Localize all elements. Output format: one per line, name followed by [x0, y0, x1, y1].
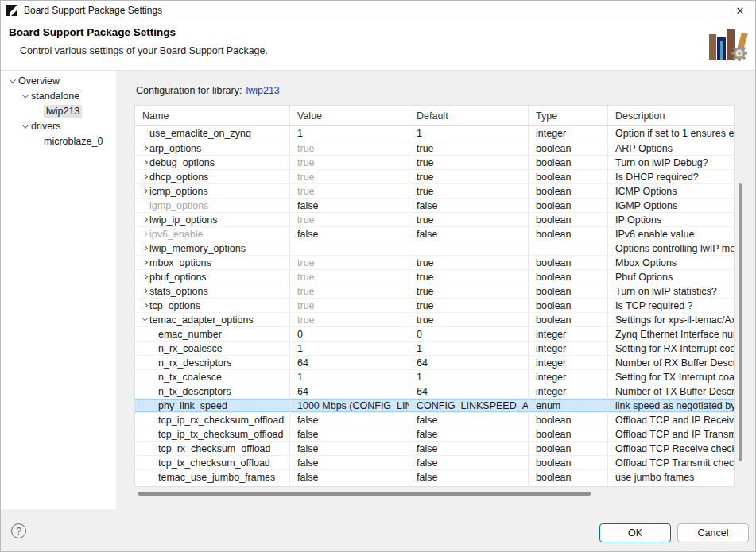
cell-name[interactable]: igmp_options	[135, 199, 290, 212]
cell-value[interactable]: true	[290, 156, 409, 169]
cell-value[interactable]: true	[290, 256, 409, 269]
cell-default[interactable]: true	[409, 184, 529, 198]
cell-name[interactable]: stats_options	[135, 284, 290, 298]
row-expander-slot[interactable]	[140, 275, 149, 279]
cell-value[interactable]: false	[290, 427, 409, 441]
cell-default[interactable]: 64	[409, 356, 529, 369]
sidebar-item-Overview[interactable]: Overview	[1, 73, 116, 88]
cell-name[interactable]: temac_adapter_options	[135, 313, 290, 326]
table-row[interactable]: phy_link_speed1000 Mbps (CONFIG_LIN...CO…	[135, 398, 734, 412]
cell-name[interactable]: n_rx_coalesce	[135, 342, 290, 355]
cell-name[interactable]: phy_link_speed	[135, 399, 290, 412]
cell-default[interactable]: true	[409, 484, 529, 487]
cell-value[interactable]: 1	[290, 370, 409, 384]
chevron-down-icon[interactable]	[22, 122, 29, 128]
close-icon[interactable]: ✕	[725, 1, 755, 20]
cell-default[interactable]: true	[409, 213, 529, 226]
cell-name[interactable]: arp_options	[135, 141, 290, 155]
row-expander-slot[interactable]	[140, 175, 149, 179]
cell-type[interactable]: integer	[529, 370, 608, 384]
help-button[interactable]: ?	[11, 523, 26, 538]
chevron-right-icon[interactable]	[142, 303, 147, 308]
cell-name[interactable]: pbuf_options	[135, 270, 290, 284]
cell-name[interactable]: tcp_ip_rx_checksum_offload	[135, 413, 290, 427]
row-expander-slot[interactable]	[140, 160, 149, 164]
cell-value[interactable]: false	[290, 442, 409, 455]
cell-default[interactable]: true	[409, 156, 529, 169]
table-row[interactable]: debug_optionstruetruebooleanTurn on lwIP…	[135, 155, 734, 169]
cell-default[interactable]: false	[409, 427, 529, 441]
cell-value[interactable]: false	[290, 413, 409, 427]
table-row[interactable]: tcp_optionstruetruebooleanIs TCP require…	[135, 298, 734, 312]
row-expander-slot[interactable]	[140, 218, 149, 222]
cell-description[interactable]: IP Options	[608, 213, 734, 226]
cell-default[interactable]: CONFIG_LINKSPEED_AUT...	[409, 399, 529, 412]
cell-type[interactable]: boolean	[529, 213, 608, 226]
cell-description[interactable]: ARP Options	[608, 141, 734, 155]
sidebar-item-standalone[interactable]: standalone	[1, 88, 116, 103]
chevron-right-icon[interactable]	[142, 245, 147, 251]
cell-value[interactable]: true	[290, 284, 409, 298]
table-row[interactable]: tcp_ip_tx_checksum_offloadfalsefalsebool…	[135, 427, 734, 441]
cell-description[interactable]: Number of TX Buffer Descript	[608, 384, 734, 398]
table-row[interactable]: lwip_ip_optionstruetruebooleanIP Options	[135, 212, 734, 226]
table-row[interactable]: icmp_optionstruetruebooleanICMP Options	[135, 183, 734, 198]
cell-description[interactable]: Pbuf Options	[608, 270, 734, 284]
cell-type[interactable]: boolean	[529, 299, 608, 312]
cell-name[interactable]: tcp_tx_checksum_offload	[135, 456, 290, 469]
cell-value[interactable]: false	[290, 470, 409, 484]
chevron-down-icon[interactable]	[22, 91, 29, 98]
cell-name[interactable]: mbox_options	[135, 256, 290, 269]
cell-description[interactable]: Is UDP required?	[608, 484, 734, 487]
cell-name[interactable]: dhcp_options	[135, 170, 290, 183]
column-header-default[interactable]: Default	[409, 106, 529, 125]
cell-default[interactable]: true	[409, 284, 529, 298]
cell-description[interactable]: Zynq Ethernet Interface numb	[608, 327, 734, 341]
cell-default[interactable]: false	[409, 442, 529, 455]
table-row[interactable]: tcp_tx_checksum_offloadfalsefalseboolean…	[135, 455, 734, 469]
cell-description[interactable]: Offload TCP Transmit checksu	[608, 456, 734, 469]
row-expander-slot[interactable]	[140, 261, 149, 264]
cell-type[interactable]: boolean	[529, 484, 608, 487]
cell-type[interactable]	[529, 241, 608, 255]
cell-type[interactable]: boolean	[529, 184, 608, 198]
chevron-right-icon[interactable]	[142, 274, 147, 280]
row-expander-slot[interactable]	[140, 318, 149, 322]
cell-value[interactable]: true	[290, 184, 409, 198]
cell-type[interactable]: enum	[529, 399, 608, 412]
cell-name[interactable]: lwip_memory_options	[135, 241, 290, 255]
row-expander-slot[interactable]	[140, 232, 149, 236]
cell-value[interactable]: false	[290, 199, 409, 212]
cell-type[interactable]: boolean	[529, 256, 608, 269]
cell-type[interactable]: integer	[529, 327, 608, 341]
table-row[interactable]: use_emaclite_on_zynq11integerOption if s…	[135, 126, 734, 141]
cell-type[interactable]: integer	[529, 356, 608, 369]
cell-default[interactable]: false	[409, 199, 529, 212]
cell-default[interactable]	[409, 241, 529, 255]
table-row[interactable]: tcp_rx_checksum_offloadfalsefalseboolean…	[135, 441, 734, 455]
cell-description[interactable]: Turn on lwIP Debug?	[608, 156, 734, 169]
cell-description[interactable]: Number of RX Buffer Descript	[608, 356, 734, 369]
cell-description[interactable]: Offload TCP and IP Receive c	[608, 413, 734, 427]
chevron-right-icon[interactable]	[142, 217, 147, 222]
cell-value[interactable]: true	[290, 170, 409, 183]
chevron-right-icon[interactable]	[142, 145, 147, 151]
cell-type[interactable]: boolean	[529, 456, 608, 469]
cell-default[interactable]: 1	[409, 126, 529, 141]
chevron-right-icon[interactable]	[142, 188, 147, 194]
cell-type[interactable]: boolean	[529, 442, 608, 455]
table-row[interactable]: temac_adapter_optionstruetruebooleanSett…	[135, 312, 734, 326]
cell-name[interactable]: ipv6_enable	[135, 227, 290, 241]
cell-name[interactable]: lwip_ip_options	[135, 213, 290, 226]
cell-name[interactable]: n_tx_coalesce	[135, 370, 290, 384]
row-expander-slot[interactable]	[140, 303, 149, 307]
cell-value[interactable]: false	[290, 227, 409, 241]
cell-type[interactable]: boolean	[529, 470, 608, 484]
cell-description[interactable]: Turn on lwIP statistics?	[608, 284, 734, 298]
tree-expander-slot[interactable]	[20, 94, 31, 98]
row-expander-slot[interactable]	[140, 289, 149, 293]
cell-default[interactable]: true	[409, 270, 529, 284]
cell-default[interactable]: 1	[409, 342, 529, 355]
chevron-right-icon[interactable]	[142, 260, 147, 265]
table-row[interactable]: dhcp_optionstruetruebooleanIs DHCP requi…	[135, 169, 734, 183]
